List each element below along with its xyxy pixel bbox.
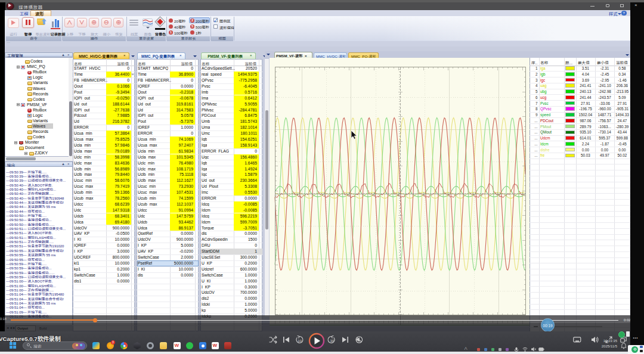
svg-text:10: 10 bbox=[298, 339, 302, 343]
svg-text:30: 30 bbox=[330, 339, 334, 343]
